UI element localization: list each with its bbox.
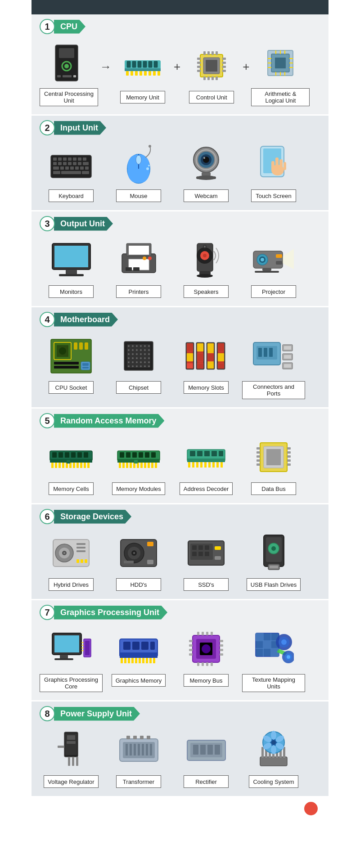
svg-rect-104 bbox=[284, 162, 286, 170]
svg-rect-322 bbox=[54, 658, 73, 660]
svg-point-151 bbox=[140, 345, 142, 347]
list-item: Memory Cells bbox=[40, 435, 103, 495]
svg-rect-106 bbox=[54, 246, 88, 267]
svg-point-163 bbox=[140, 353, 142, 355]
svg-rect-341 bbox=[142, 658, 144, 663]
svg-rect-259 bbox=[204, 451, 210, 456]
svg-rect-336 bbox=[124, 658, 126, 663]
svg-rect-363 bbox=[206, 662, 208, 666]
section-header: 3Output Unit bbox=[40, 216, 320, 231]
list-item: Central Processing Unit bbox=[40, 40, 98, 106]
svg-rect-13 bbox=[148, 61, 152, 67]
svg-point-159 bbox=[148, 349, 150, 351]
svg-rect-251 bbox=[148, 463, 150, 468]
svg-rect-142 bbox=[54, 366, 79, 369]
list-item: Memory Modules bbox=[107, 435, 170, 495]
monitor-icon bbox=[46, 238, 96, 283]
svg-rect-71 bbox=[83, 162, 89, 165]
section-cpu: 1CPU Central Processing Unit→ bbox=[32, 14, 328, 116]
list-item: Voltage Regulator bbox=[40, 728, 103, 788]
section-graphics-processing-unit: 7Graphics Processing Unit Graphics Proce… bbox=[32, 600, 328, 702]
svg-rect-69 bbox=[73, 162, 76, 165]
svg-rect-25 bbox=[206, 60, 217, 72]
svg-point-180 bbox=[136, 365, 138, 367]
svg-rect-207 bbox=[264, 348, 267, 357]
svg-rect-97 bbox=[196, 176, 216, 179]
list-item: Cooling System bbox=[242, 728, 305, 788]
item-label: CPU Socket bbox=[49, 381, 94, 394]
svg-rect-218 bbox=[58, 452, 63, 458]
gpumem-icon bbox=[114, 626, 163, 671]
svg-rect-208 bbox=[269, 348, 273, 357]
svg-point-181 bbox=[140, 365, 142, 367]
svg-rect-116 bbox=[133, 267, 140, 271]
svg-rect-391 bbox=[130, 744, 132, 756]
svg-rect-32 bbox=[212, 76, 214, 80]
svg-rect-1 bbox=[59, 48, 74, 58]
svg-rect-77 bbox=[80, 166, 84, 170]
svg-point-153 bbox=[148, 345, 150, 347]
svg-point-423 bbox=[271, 740, 276, 745]
svg-rect-4 bbox=[57, 75, 61, 77]
section-label: CPU bbox=[54, 20, 86, 34]
svg-rect-18 bbox=[140, 71, 142, 76]
item-label: Projector bbox=[251, 285, 296, 298]
svg-rect-241 bbox=[145, 452, 149, 458]
svg-rect-202 bbox=[218, 353, 224, 361]
svg-rect-385 bbox=[72, 757, 74, 766]
svg-rect-39 bbox=[222, 62, 226, 64]
svg-rect-95 bbox=[202, 172, 211, 176]
item-label: USB Flash Drives bbox=[247, 578, 301, 591]
svg-rect-275 bbox=[256, 451, 260, 454]
svg-rect-250 bbox=[144, 463, 146, 468]
hdd-icon bbox=[114, 531, 163, 576]
list-item: Graphics Processing Core bbox=[40, 626, 103, 692]
svg-rect-337 bbox=[128, 658, 130, 663]
svg-rect-321 bbox=[60, 655, 68, 658]
svg-rect-282 bbox=[287, 459, 291, 462]
svg-rect-206 bbox=[258, 348, 262, 357]
svg-rect-20 bbox=[148, 71, 151, 76]
item-label: Mouse bbox=[116, 189, 161, 202]
svg-rect-320 bbox=[54, 635, 79, 652]
list-item: HDD's bbox=[107, 531, 170, 591]
svg-rect-240 bbox=[139, 452, 143, 458]
section-header: 1CPU bbox=[40, 19, 320, 34]
section-label: Random Access Memory bbox=[54, 414, 164, 428]
svg-point-93 bbox=[203, 157, 205, 159]
ramcell-icon bbox=[46, 435, 96, 480]
svg-rect-397 bbox=[126, 736, 130, 739]
svg-rect-41 bbox=[222, 70, 226, 72]
svg-rect-70 bbox=[78, 162, 81, 165]
section-label: Storage Devices bbox=[54, 510, 131, 524]
svg-rect-301 bbox=[147, 560, 153, 564]
section-random-access-memory: 5Random Access Memory bbox=[32, 409, 328, 504]
svg-rect-210 bbox=[284, 346, 291, 350]
rectifier-icon bbox=[181, 728, 231, 773]
svg-rect-269 bbox=[216, 462, 219, 468]
svg-rect-254 bbox=[134, 460, 138, 463]
svg-rect-382 bbox=[67, 735, 75, 740]
svg-rect-221 bbox=[77, 452, 82, 458]
svg-rect-138 bbox=[74, 342, 77, 350]
svg-rect-15 bbox=[126, 71, 129, 76]
svg-rect-396 bbox=[150, 744, 152, 756]
section-input-unit: 2Input Unit bbox=[32, 116, 328, 211]
svg-point-122 bbox=[204, 246, 206, 247]
list-item: Touch Screen bbox=[242, 142, 305, 202]
svg-rect-280 bbox=[287, 451, 291, 454]
svg-rect-390 bbox=[126, 744, 128, 756]
svg-rect-405 bbox=[207, 745, 213, 755]
svg-rect-249 bbox=[140, 463, 143, 468]
list-item: Memory Slots bbox=[175, 333, 238, 399]
svg-rect-130 bbox=[276, 261, 282, 265]
svg-point-152 bbox=[144, 345, 146, 347]
svg-rect-344 bbox=[153, 658, 155, 663]
svg-rect-27 bbox=[207, 51, 210, 55]
svg-rect-408 bbox=[261, 747, 264, 758]
svg-rect-359 bbox=[206, 632, 208, 635]
transformer-icon bbox=[114, 728, 163, 773]
svg-rect-292 bbox=[76, 559, 79, 563]
svg-rect-358 bbox=[202, 632, 204, 635]
svg-rect-356 bbox=[220, 653, 223, 656]
